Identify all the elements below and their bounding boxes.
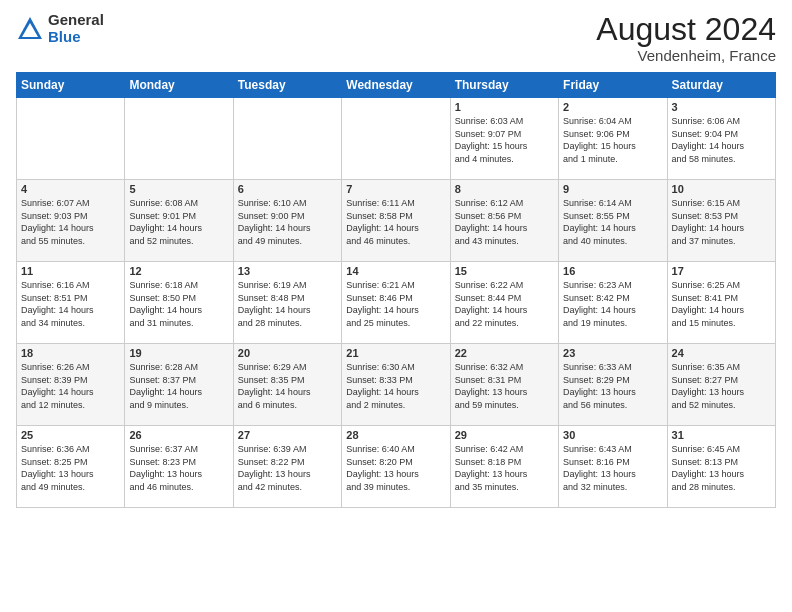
table-row: 8Sunrise: 6:12 AM Sunset: 8:56 PM Daylig…: [450, 180, 558, 262]
day-number: 8: [455, 183, 554, 195]
day-number: 2: [563, 101, 662, 113]
day-content: Sunrise: 6:18 AM Sunset: 8:50 PM Dayligh…: [129, 279, 228, 329]
table-row: 5Sunrise: 6:08 AM Sunset: 9:01 PM Daylig…: [125, 180, 233, 262]
week-row-4: 18Sunrise: 6:26 AM Sunset: 8:39 PM Dayli…: [17, 344, 776, 426]
day-number: 10: [672, 183, 771, 195]
table-row: 25Sunrise: 6:36 AM Sunset: 8:25 PM Dayli…: [17, 426, 125, 508]
day-number: 17: [672, 265, 771, 277]
table-row: 27Sunrise: 6:39 AM Sunset: 8:22 PM Dayli…: [233, 426, 341, 508]
day-content: Sunrise: 6:11 AM Sunset: 8:58 PM Dayligh…: [346, 197, 445, 247]
col-wednesday: Wednesday: [342, 73, 450, 98]
table-row: 31Sunrise: 6:45 AM Sunset: 8:13 PM Dayli…: [667, 426, 775, 508]
day-content: Sunrise: 6:35 AM Sunset: 8:27 PM Dayligh…: [672, 361, 771, 411]
day-content: Sunrise: 6:45 AM Sunset: 8:13 PM Dayligh…: [672, 443, 771, 493]
table-row: 17Sunrise: 6:25 AM Sunset: 8:41 PM Dayli…: [667, 262, 775, 344]
day-number: 29: [455, 429, 554, 441]
table-row: 9Sunrise: 6:14 AM Sunset: 8:55 PM Daylig…: [559, 180, 667, 262]
table-row: 4Sunrise: 6:07 AM Sunset: 9:03 PM Daylig…: [17, 180, 125, 262]
table-row: 19Sunrise: 6:28 AM Sunset: 8:37 PM Dayli…: [125, 344, 233, 426]
day-number: 15: [455, 265, 554, 277]
day-content: Sunrise: 6:42 AM Sunset: 8:18 PM Dayligh…: [455, 443, 554, 493]
logo-icon: [16, 15, 44, 43]
day-number: 25: [21, 429, 120, 441]
table-row: 15Sunrise: 6:22 AM Sunset: 8:44 PM Dayli…: [450, 262, 558, 344]
day-content: Sunrise: 6:40 AM Sunset: 8:20 PM Dayligh…: [346, 443, 445, 493]
month-title: August 2024: [596, 12, 776, 47]
day-number: 31: [672, 429, 771, 441]
day-number: 13: [238, 265, 337, 277]
day-number: 20: [238, 347, 337, 359]
day-number: 5: [129, 183, 228, 195]
table-row: 18Sunrise: 6:26 AM Sunset: 8:39 PM Dayli…: [17, 344, 125, 426]
calendar: Sunday Monday Tuesday Wednesday Thursday…: [16, 72, 776, 508]
day-content: Sunrise: 6:15 AM Sunset: 8:53 PM Dayligh…: [672, 197, 771, 247]
day-content: Sunrise: 6:06 AM Sunset: 9:04 PM Dayligh…: [672, 115, 771, 165]
table-row: 7Sunrise: 6:11 AM Sunset: 8:58 PM Daylig…: [342, 180, 450, 262]
table-row: 10Sunrise: 6:15 AM Sunset: 8:53 PM Dayli…: [667, 180, 775, 262]
day-number: 3: [672, 101, 771, 113]
week-row-2: 4Sunrise: 6:07 AM Sunset: 9:03 PM Daylig…: [17, 180, 776, 262]
day-number: 18: [21, 347, 120, 359]
day-content: Sunrise: 6:39 AM Sunset: 8:22 PM Dayligh…: [238, 443, 337, 493]
day-number: 7: [346, 183, 445, 195]
table-row: 1Sunrise: 6:03 AM Sunset: 9:07 PM Daylig…: [450, 98, 558, 180]
day-number: 1: [455, 101, 554, 113]
col-monday: Monday: [125, 73, 233, 98]
day-number: 9: [563, 183, 662, 195]
day-content: Sunrise: 6:03 AM Sunset: 9:07 PM Dayligh…: [455, 115, 554, 165]
day-number: 30: [563, 429, 662, 441]
day-content: Sunrise: 6:26 AM Sunset: 8:39 PM Dayligh…: [21, 361, 120, 411]
table-row: 30Sunrise: 6:43 AM Sunset: 8:16 PM Dayli…: [559, 426, 667, 508]
table-row: 28Sunrise: 6:40 AM Sunset: 8:20 PM Dayli…: [342, 426, 450, 508]
day-number: 4: [21, 183, 120, 195]
table-row: 16Sunrise: 6:23 AM Sunset: 8:42 PM Dayli…: [559, 262, 667, 344]
table-row: [125, 98, 233, 180]
day-number: 16: [563, 265, 662, 277]
day-content: Sunrise: 6:16 AM Sunset: 8:51 PM Dayligh…: [21, 279, 120, 329]
day-content: Sunrise: 6:37 AM Sunset: 8:23 PM Dayligh…: [129, 443, 228, 493]
day-number: 26: [129, 429, 228, 441]
col-tuesday: Tuesday: [233, 73, 341, 98]
day-content: Sunrise: 6:19 AM Sunset: 8:48 PM Dayligh…: [238, 279, 337, 329]
table-row: [17, 98, 125, 180]
day-number: 22: [455, 347, 554, 359]
day-content: Sunrise: 6:22 AM Sunset: 8:44 PM Dayligh…: [455, 279, 554, 329]
logo-blue-text: Blue: [48, 28, 81, 45]
day-number: 24: [672, 347, 771, 359]
table-row: 14Sunrise: 6:21 AM Sunset: 8:46 PM Dayli…: [342, 262, 450, 344]
title-block: August 2024 Vendenheim, France: [596, 12, 776, 64]
day-content: Sunrise: 6:14 AM Sunset: 8:55 PM Dayligh…: [563, 197, 662, 247]
day-content: Sunrise: 6:28 AM Sunset: 8:37 PM Dayligh…: [129, 361, 228, 411]
day-content: Sunrise: 6:29 AM Sunset: 8:35 PM Dayligh…: [238, 361, 337, 411]
day-number: 12: [129, 265, 228, 277]
day-number: 28: [346, 429, 445, 441]
table-row: 21Sunrise: 6:30 AM Sunset: 8:33 PM Dayli…: [342, 344, 450, 426]
day-content: Sunrise: 6:12 AM Sunset: 8:56 PM Dayligh…: [455, 197, 554, 247]
logo-general-text: General: [48, 11, 104, 28]
table-row: 3Sunrise: 6:06 AM Sunset: 9:04 PM Daylig…: [667, 98, 775, 180]
day-content: Sunrise: 6:04 AM Sunset: 9:06 PM Dayligh…: [563, 115, 662, 165]
location-title: Vendenheim, France: [596, 47, 776, 64]
day-content: Sunrise: 6:30 AM Sunset: 8:33 PM Dayligh…: [346, 361, 445, 411]
day-content: Sunrise: 6:21 AM Sunset: 8:46 PM Dayligh…: [346, 279, 445, 329]
day-number: 14: [346, 265, 445, 277]
table-row: 13Sunrise: 6:19 AM Sunset: 8:48 PM Dayli…: [233, 262, 341, 344]
week-row-5: 25Sunrise: 6:36 AM Sunset: 8:25 PM Dayli…: [17, 426, 776, 508]
day-content: Sunrise: 6:07 AM Sunset: 9:03 PM Dayligh…: [21, 197, 120, 247]
day-number: 19: [129, 347, 228, 359]
table-row: 20Sunrise: 6:29 AM Sunset: 8:35 PM Dayli…: [233, 344, 341, 426]
day-content: Sunrise: 6:36 AM Sunset: 8:25 PM Dayligh…: [21, 443, 120, 493]
day-content: Sunrise: 6:10 AM Sunset: 9:00 PM Dayligh…: [238, 197, 337, 247]
day-number: 23: [563, 347, 662, 359]
day-number: 21: [346, 347, 445, 359]
day-content: Sunrise: 6:32 AM Sunset: 8:31 PM Dayligh…: [455, 361, 554, 411]
day-content: Sunrise: 6:08 AM Sunset: 9:01 PM Dayligh…: [129, 197, 228, 247]
col-saturday: Saturday: [667, 73, 775, 98]
table-row: 23Sunrise: 6:33 AM Sunset: 8:29 PM Dayli…: [559, 344, 667, 426]
day-number: 27: [238, 429, 337, 441]
table-row: [342, 98, 450, 180]
table-row: [233, 98, 341, 180]
table-row: 26Sunrise: 6:37 AM Sunset: 8:23 PM Dayli…: [125, 426, 233, 508]
table-row: 11Sunrise: 6:16 AM Sunset: 8:51 PM Dayli…: [17, 262, 125, 344]
table-row: 12Sunrise: 6:18 AM Sunset: 8:50 PM Dayli…: [125, 262, 233, 344]
